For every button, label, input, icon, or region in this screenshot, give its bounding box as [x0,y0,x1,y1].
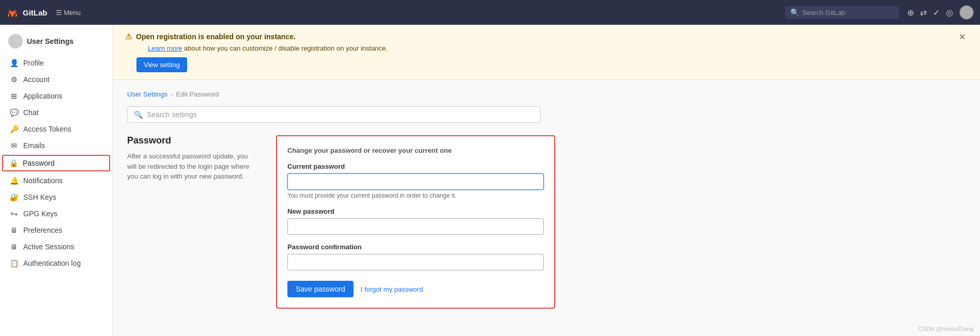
sidebar-item-chat[interactable]: 💬 Chat [0,104,112,121]
create-button[interactable]: ⊕ [907,8,914,18]
sidebar-item-emails[interactable]: ✉ Emails [0,137,112,154]
sidebar-header: User Settings [0,29,112,55]
banner-content: ⚠ Open registration is enabled on your i… [125,32,388,72]
applications-icon: ⊞ [10,92,18,100]
brand: GitLab [6,6,48,19]
banner-view-setting-button[interactable]: View setting [136,57,187,72]
change-password-title: Change your password or recover your cur… [287,147,544,154]
activity-icon: ◎ [946,8,953,18]
search-input[interactable] [802,9,894,17]
profile-icon: 👤 [10,59,18,67]
sidebar-item-applications[interactable]: ⊞ Applications [0,88,112,104]
new-password-input[interactable] [287,218,544,235]
sidebar-label-ssh-keys: SSH Keys [23,193,56,201]
avatar[interactable] [959,5,974,20]
banner-link-line: Learn more about how you can customize /… [136,44,388,52]
new-password-label: New password [287,207,544,215]
breadcrumb-parent-link[interactable]: User Settings [127,90,167,98]
section-left: Password After a successful password upd… [127,135,251,182]
current-password-group: Current password You must provide your c… [287,163,544,199]
sidebar-label-preferences: Preferences [23,226,62,234]
page-layout: User Settings 👤 Profile ⚙ Account ⊞ Appl… [0,25,980,336]
banner: ⚠ Open registration is enabled on your i… [113,25,980,80]
sidebar-label-password: Password [23,159,54,167]
sidebar-label-chat: Chat [23,108,39,117]
account-icon: ⚙ [10,75,18,84]
forgot-password-link[interactable]: I forgot my password [361,285,423,293]
active-sessions-icon: 🖥 [10,243,18,251]
sidebar-item-notifications[interactable]: 🔔 Notifications [0,172,112,189]
current-password-input[interactable] [287,173,544,190]
current-password-hint: You must provide your current password i… [287,192,544,199]
breadcrumb-current: Edit Password [176,90,219,98]
banner-close-button[interactable]: ✕ [957,32,968,42]
banner-title-text: Open registration is enabled on your ins… [136,33,296,41]
password-confirmation-group: Password confirmation [287,243,544,270]
search-icon: 🔍 [790,8,799,17]
navbar: GitLab ☰ Menu 🔍 ⊕ ⇄ ✓ ◎ [0,0,980,25]
sidebar-label-active-sessions: Active Sessions [23,243,74,251]
section-layout: Password After a successful password upd… [127,135,563,309]
sidebar-item-preferences[interactable]: 🖥 Preferences [0,222,112,238]
issues-button[interactable]: ✓ [933,8,940,18]
watermark: CSDN @herionZhang [918,326,974,332]
sidebar-item-password[interactable]: 🔒 Password [2,155,110,171]
sidebar-item-active-sessions[interactable]: 🖥 Active Sessions [0,238,112,255]
sidebar-item-profile[interactable]: 👤 Profile [0,55,112,71]
search-settings-input[interactable] [147,110,534,119]
menu-button[interactable]: ☰ Menu [56,9,81,17]
sidebar-label-applications: Applications [23,92,63,100]
warning-icon: ⚠ [125,32,132,41]
sidebar-label-gpg-keys: GPG Keys [23,210,57,218]
save-password-button[interactable]: Save password [287,281,354,297]
main-content: ⚠ Open registration is enabled on your i… [113,25,980,336]
merge-icon: ⇄ [920,8,927,18]
sidebar-item-gpg-keys[interactable]: 🗝 GPG Keys [0,205,112,222]
sidebar-title: User Settings [27,37,73,45]
plus-icon: ⊕ [907,8,914,18]
current-password-label: Current password [287,163,544,170]
sidebar-label-emails: Emails [23,141,45,150]
sidebar-label-profile: Profile [23,59,44,67]
sidebar-item-ssh-keys[interactable]: 🔐 SSH Keys [0,189,112,205]
banner-title: ⚠ Open registration is enabled on your i… [125,32,388,41]
form-actions: Save password I forgot my password [287,281,544,297]
search-settings-icon: 🔍 [134,110,143,119]
ssh-keys-icon: 🔐 [10,193,18,201]
emails-icon: ✉ [10,141,18,150]
sidebar-item-access-tokens[interactable]: 🔑 Access Tokens [0,121,112,137]
password-confirmation-label: Password confirmation [287,243,544,251]
gpg-keys-icon: 🗝 [10,210,18,218]
breadcrumb: User Settings › Edit Password [127,90,563,98]
gitlab-logo [6,6,19,19]
search-bar: 🔍 [785,6,899,19]
navbar-icons: ⊕ ⇄ ✓ ◎ [907,5,974,20]
banner-learn-more-link[interactable]: Learn more [148,44,182,52]
sidebar-item-authentication-log[interactable]: 📋 Authentication log [0,255,112,271]
password-icon: 🔒 [9,159,18,167]
sidebar: User Settings 👤 Profile ⚙ Account ⊞ Appl… [0,25,113,336]
sidebar-avatar [8,34,23,49]
breadcrumb-separator: › [171,90,173,98]
sidebar-label-access-tokens: Access Tokens [23,125,71,133]
preferences-icon: 🖥 [10,226,18,234]
activity-button[interactable]: ◎ [946,8,953,18]
notifications-icon: 🔔 [10,177,18,185]
sidebar-label-account: Account [23,75,50,84]
banner-link-desc: about how you can customize / disable re… [182,44,387,52]
sidebar-item-account[interactable]: ⚙ Account [0,71,112,88]
sidebar-label-notifications: Notifications [23,177,63,185]
merge-requests-button[interactable]: ⇄ [920,8,927,18]
section-title: Password [127,135,251,146]
brand-name: GitLab [23,8,48,17]
password-form-box: Change your password or recover your cur… [276,135,555,309]
page-body: User Settings › Edit Password 🔍 Password… [113,80,578,329]
hamburger-icon: ☰ [56,9,62,17]
search-settings-bar: 🔍 [127,106,541,123]
password-confirmation-input[interactable] [287,254,544,270]
access-tokens-icon: 🔑 [10,125,18,133]
section-description: After a successful password update, you … [127,151,251,182]
new-password-group: New password [287,207,544,235]
chat-icon: 💬 [10,108,18,117]
sidebar-label-authentication-log: Authentication log [23,259,81,267]
